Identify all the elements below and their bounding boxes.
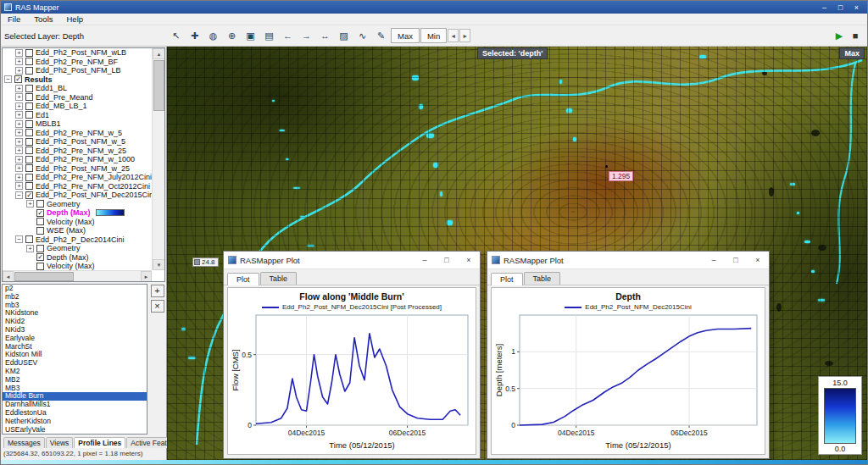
collapse-icon[interactable]: − xyxy=(15,191,23,199)
profile-line-item[interactable]: MB2 xyxy=(3,376,147,385)
layer-checkbox[interactable] xyxy=(36,200,44,208)
tab-profile-lines[interactable]: Profile Lines xyxy=(74,437,125,448)
expand-icon[interactable]: + xyxy=(15,174,23,181)
next-view-icon[interactable]: → xyxy=(298,27,315,44)
minimize-button[interactable]: – xyxy=(817,3,832,12)
plot-window-flow[interactable]: RASMapper Plot – □ × Plot Table Flow alo… xyxy=(223,251,481,459)
map-view[interactable]: Selected: 'depth' Max 1.295 24.8 15.0 0.… xyxy=(167,47,867,460)
layer-checkbox[interactable] xyxy=(25,156,33,163)
tree-item[interactable]: +Ed1 xyxy=(3,111,152,120)
animation-forward-button[interactable]: ► xyxy=(459,29,470,42)
add-profile-line-button[interactable]: + xyxy=(151,285,164,297)
layer-checkbox[interactable] xyxy=(25,120,33,128)
expand-icon[interactable]: + xyxy=(15,58,23,65)
expand-icon[interactable]: + xyxy=(15,156,23,163)
menu-item-file[interactable]: File xyxy=(1,14,27,25)
scroll-thumb[interactable] xyxy=(14,272,74,281)
layer-checkbox[interactable] xyxy=(25,67,33,75)
zoom-globe-icon[interactable]: ◍ xyxy=(204,27,222,44)
layer-checkbox[interactable] xyxy=(25,164,33,172)
layer-checkbox[interactable] xyxy=(25,111,33,119)
tree-item[interactable]: +Edd_Ph2_Post_NFM_w_5 xyxy=(3,137,152,147)
layer-checkbox[interactable] xyxy=(25,138,33,146)
animation-back-button[interactable]: ◄ xyxy=(448,29,459,42)
zoom-window-icon[interactable]: ▣ xyxy=(242,27,259,44)
expand-icon[interactable]: + xyxy=(15,147,23,154)
close-button[interactable]: × xyxy=(849,3,864,12)
tree-item[interactable]: +Edd_Ph2_Post_NFM_wLB xyxy=(3,48,152,58)
scroll-thumb[interactable] xyxy=(153,60,164,111)
expand-icon[interactable]: + xyxy=(15,111,23,119)
scroll-left-icon[interactable]: ◄ xyxy=(3,271,14,282)
stop-button[interactable]: ■ xyxy=(849,27,862,44)
zoom-extents-icon[interactable]: ▤ xyxy=(260,27,278,44)
profile-line-item[interactable]: EddUSEV xyxy=(3,359,147,368)
profile-line-icon[interactable]: ∿ xyxy=(353,27,371,44)
select-arrow-icon[interactable]: ↖ xyxy=(167,27,185,44)
layer-checkbox[interactable] xyxy=(25,182,33,190)
expand-icon[interactable]: + xyxy=(15,85,23,92)
tree-item[interactable]: +Edd_Ph2_Post_NFM_LB xyxy=(3,66,152,75)
layer-checkbox[interactable] xyxy=(25,174,33,181)
profile-line-item[interactable]: mb2 xyxy=(3,293,147,302)
tree-item[interactable]: −✓Results xyxy=(3,75,152,85)
tab-plot[interactable]: Plot xyxy=(491,273,523,285)
scroll-up-icon[interactable]: ▲ xyxy=(153,48,165,59)
layer-checkbox[interactable] xyxy=(36,227,44,235)
tree-item[interactable]: +MBLB1 xyxy=(3,119,152,129)
collapse-icon[interactable]: − xyxy=(15,235,23,243)
profile-line-item[interactable]: USEarlyVale xyxy=(3,426,147,435)
tree-item[interactable]: +Geometry xyxy=(3,200,152,209)
expand-icon[interactable]: + xyxy=(26,200,34,208)
edit-pen-icon[interactable]: ✎ xyxy=(372,27,390,44)
tab-table[interactable]: Table xyxy=(524,272,561,285)
maximize-button[interactable]: □ xyxy=(436,256,458,264)
tree-item[interactable]: +Geometry xyxy=(3,244,152,253)
tree-item[interactable]: +Edd_Ph2_Pre_NFM_w_25 xyxy=(3,147,152,156)
expand-icon[interactable]: + xyxy=(15,182,23,190)
max-button[interactable]: Max xyxy=(391,28,420,43)
tree-item[interactable]: +Edd_Ph2_Post_NFM_w_25 xyxy=(3,164,152,174)
tree-item[interactable]: Velocity (Max) xyxy=(3,218,152,227)
tree-item[interactable]: −Edd_Ph2_P_Dec2014Cini xyxy=(3,235,152,245)
tree-item[interactable]: +Edd_Ph2_Pre_NFM_July2012Cini xyxy=(3,173,152,182)
layer-checkbox[interactable]: ✓ xyxy=(36,253,44,261)
maximize-button[interactable]: □ xyxy=(725,256,747,264)
layer-checkbox[interactable] xyxy=(25,102,33,110)
expand-icon[interactable]: + xyxy=(15,138,23,146)
tree-item[interactable]: +Edd_Ph2_Pre_NFM_Oct2012Cini xyxy=(3,182,152,191)
tree-item[interactable]: +Edd_MB_LB_1 xyxy=(3,102,152,111)
layer-checkbox[interactable] xyxy=(25,235,33,243)
scroll-down-icon[interactable]: ▼ xyxy=(153,259,165,270)
menu-item-help[interactable]: Help xyxy=(60,14,91,25)
tree-item[interactable]: Velocity (Max) xyxy=(3,262,152,270)
tab-plot[interactable]: Plot xyxy=(227,273,259,285)
collapse-icon[interactable]: − xyxy=(4,75,12,83)
tree-horizontal-scrollbar[interactable]: ◄ ► xyxy=(3,270,152,281)
layer-checkbox[interactable] xyxy=(25,85,33,92)
expand-icon[interactable]: + xyxy=(15,67,23,75)
expand-icon[interactable]: + xyxy=(15,120,23,128)
color-ramp-icon[interactable]: ▨ xyxy=(335,27,353,44)
plot-window-depth[interactable]: RASMapper Plot – □ × Plot Table Depth Ed xyxy=(487,251,770,459)
expand-icon[interactable]: + xyxy=(15,93,23,101)
layer-checkbox[interactable]: ✓ xyxy=(14,75,22,83)
tree-item[interactable]: +Edd_Pre_Meand xyxy=(3,93,152,102)
close-button[interactable]: × xyxy=(747,256,769,264)
profile-line-item[interactable]: KM2 xyxy=(3,368,147,376)
plot-window-titlebar[interactable]: RASMapper Plot – □ × xyxy=(487,252,769,269)
layer-checkbox[interactable] xyxy=(36,218,44,225)
layer-checkbox[interactable] xyxy=(25,58,33,65)
close-button[interactable]: × xyxy=(458,256,480,264)
profile-line-item[interactable]: p2 xyxy=(3,285,147,293)
expand-icon[interactable]: + xyxy=(26,245,34,252)
tree-item[interactable]: +Edd1_BL xyxy=(3,84,152,93)
tree-item[interactable]: ✓Depth (Max) xyxy=(3,208,152,218)
layer-checkbox[interactable] xyxy=(25,93,33,101)
plot-window-titlebar[interactable]: RASMapper Plot – □ × xyxy=(224,252,480,269)
min-button[interactable]: Min xyxy=(420,28,447,43)
expand-icon[interactable]: + xyxy=(15,102,23,110)
tree-vertical-scrollbar[interactable]: ▲ ▼ xyxy=(152,48,164,270)
layer-checkbox[interactable] xyxy=(25,49,33,57)
minimize-button[interactable]: – xyxy=(703,256,725,264)
